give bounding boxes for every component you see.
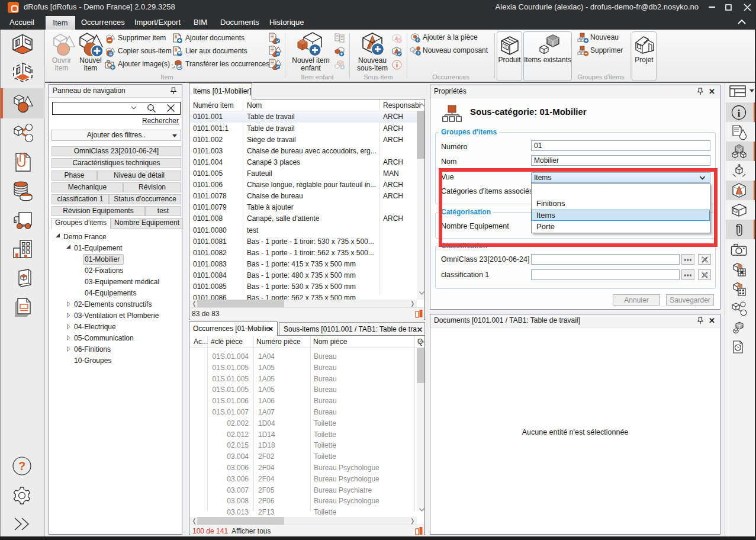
svg-text:i: i <box>738 108 741 119</box>
svg-text:?: ? <box>18 459 25 472</box>
